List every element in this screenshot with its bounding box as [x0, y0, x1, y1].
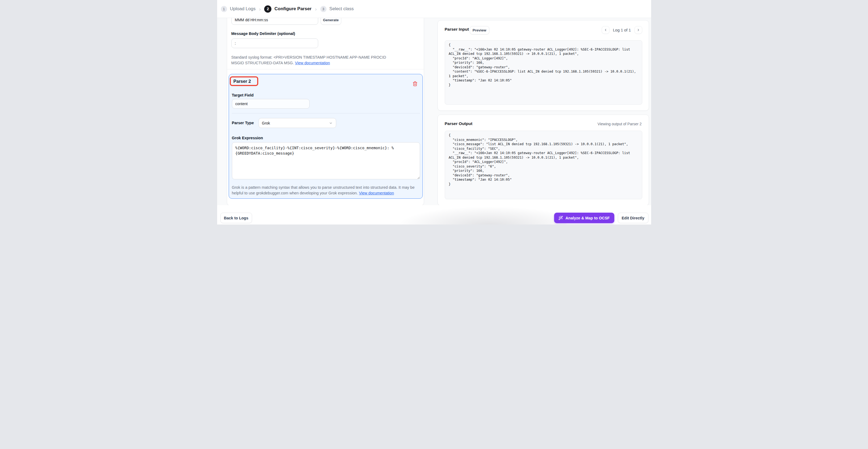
grok-note: Grok is a pattern matching syntax that a… — [232, 185, 418, 196]
annotation-highlight: Parser 2 — [230, 77, 258, 86]
step-select-class[interactable]: 3 Select class — [320, 6, 354, 12]
delete-parser-button[interactable] — [412, 81, 417, 86]
parser-output-code-block: { "cisco_mnemonic": "IPACCESSLOGP", "cis… — [445, 131, 642, 199]
target-field-input[interactable] — [232, 99, 310, 109]
analyze-map-ocsf-button[interactable]: Analyze & Map to OCSF — [554, 213, 614, 223]
preview-button[interactable]: Preview — [470, 26, 489, 34]
wand-sparkles-icon — [558, 216, 563, 220]
step-2-label: Configure Parser — [274, 6, 311, 11]
grok-expression-textarea[interactable]: %{WORD:cisco_facility}-%{INT:cisco_sever… — [232, 142, 420, 179]
analyze-map-ocsf-label: Analyze & Map to OCSF — [565, 216, 610, 220]
syslog-doc-link[interactable]: View documentation — [295, 61, 330, 65]
syslog-format-note: Standard syslog format: <PRI>VERSION TIM… — [231, 55, 399, 66]
step-3-label: Select class — [330, 6, 354, 11]
edit-directly-button[interactable]: Edit Directly — [618, 213, 648, 223]
delimiter-input[interactable] — [231, 38, 318, 48]
chevron-separator-icon: › — [315, 6, 317, 11]
parser-2-card: Parser 2 Target Field Parser Type — [229, 74, 423, 199]
wizard-stepper: 1 Upload Logs › 2 Configure Parser › 3 S… — [221, 5, 354, 12]
step-1-circle: 1 — [221, 6, 227, 12]
parser-input-panel: Parser Input Preview Log 1 of 1 { "__raw… — [437, 20, 649, 111]
parser-input-json: { "__raw__": "<166>Jan 02 14:10:05 gatew… — [449, 43, 638, 87]
parser-config-panel: Generate Message Body Delimiter (optiona… — [227, 0, 424, 206]
grok-expression-label: Grok Expression — [232, 136, 263, 140]
delimiter-label: Message Body Delimiter (optional) — [231, 31, 295, 36]
step-configure-parser[interactable]: 2 Configure Parser — [264, 5, 311, 12]
parser-type-select[interactable]: Grok — [258, 118, 336, 128]
parser-output-title: Parser Output — [445, 121, 472, 126]
step-2-circle: 2 — [264, 5, 271, 12]
chevron-separator-icon: › — [259, 6, 261, 11]
footer-shadow — [395, 206, 566, 224]
parser-type-label: Parser Type — [232, 121, 254, 125]
trash-icon — [412, 83, 417, 87]
parser-input-code-block: { "__raw__": "<166>Jan 02 14:10:05 gatew… — [445, 40, 642, 104]
parser-card-title: Parser 2 — [231, 79, 251, 84]
parser-type-value: Grok — [262, 121, 270, 125]
wizard-stepper-bar: 1 Upload Logs › 2 Configure Parser › 3 S… — [217, 0, 651, 18]
step-3-circle: 3 — [320, 6, 327, 12]
parser-output-panel: Parser Output Viewing output of Parser 2… — [437, 115, 649, 206]
chevron-right-icon — [637, 28, 640, 32]
chevron-down-icon — [329, 121, 333, 125]
parser-input-title: Parser Input — [445, 27, 469, 32]
back-to-logs-button[interactable]: Back to Logs — [220, 213, 252, 223]
viewing-output-label: Viewing output of Parser 2 — [598, 122, 642, 126]
previous-log-button[interactable] — [602, 26, 610, 34]
log-count-label: Log 1 of 1 — [613, 28, 631, 32]
parser-card-divider — [232, 113, 420, 114]
app-screen: Generate Message Body Delimiter (optiona… — [217, 0, 651, 224]
target-field-label: Target Field — [232, 93, 254, 97]
parser-output-json: { "cisco_mnemonic": "IPACCESSLOGP", "cis… — [449, 133, 638, 186]
log-pagination: Log 1 of 1 — [602, 26, 642, 34]
step-upload-logs[interactable]: 1 Upload Logs — [221, 6, 255, 12]
chevron-left-icon — [604, 28, 607, 32]
grok-doc-link[interactable]: View documentation — [359, 191, 394, 195]
section-divider — [227, 69, 424, 69]
next-log-button[interactable] — [634, 26, 642, 34]
step-1-label: Upload Logs — [230, 6, 255, 11]
